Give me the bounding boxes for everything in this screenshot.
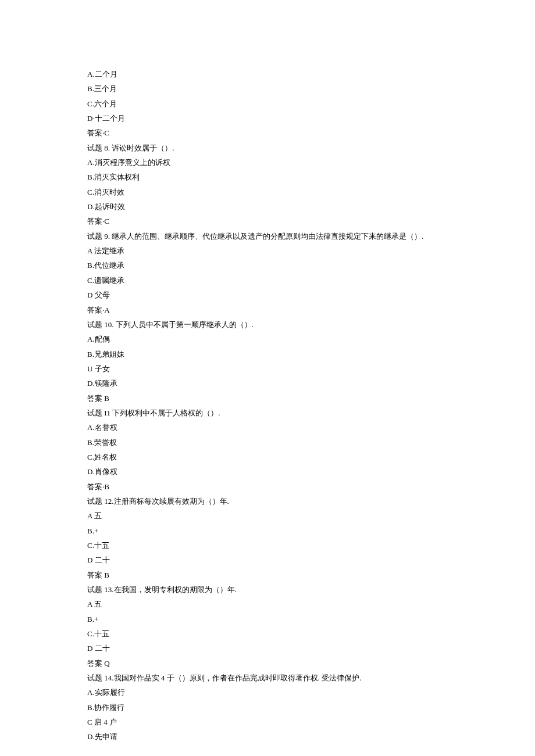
text-line: D·十二个月 [87,111,448,126]
text-line: B.+ [87,524,448,538]
text-line: 答案·B [87,479,448,494]
text-line: A.实际履行 [87,685,448,700]
text-line: A.消灭程序意义上的诉权 [87,155,448,170]
text-line: 答案 B [87,568,448,582]
text-line: D 父母 [87,288,448,302]
text-line: B.三个月 [87,81,448,96]
text-line: B.代位继承 [87,258,448,273]
text-line: 答案 B [87,391,448,406]
text-line: A 法定继承 [87,243,448,258]
text-line: A 五 [87,508,448,523]
text-line: B.消灭实体权利 [87,170,448,184]
text-line: D.肖像权 [87,464,448,479]
text-line: A.二个月 [87,67,448,81]
text-line: D.起诉时效 [87,199,448,214]
text-line: A 五 [87,597,448,611]
text-line: C.遗嘱继承 [87,273,448,288]
text-line: B.荣誉权 [87,435,448,450]
text-line: 试题 14.我国对作品实 4 于（）原则，作者在作品完成时即取得著作权. 受法律… [87,671,448,685]
text-line: C.六个月 [87,96,448,111]
text-line: 试题 8. 诉讼时效属于（）. [87,141,448,155]
text-line: 答案·C [87,214,448,228]
text-line: D.镁隆承 [87,376,448,390]
text-line: B.兄弟姐妹 [87,347,448,361]
text-line: D.先申请 [87,729,448,744]
text-line: B.+ [87,612,448,626]
text-line: 试题 9. 继承人的范围、继承顺序、代位继承以及遗产的分配原则均由法律直接规定下… [87,229,448,243]
text-line: A.配偶 [87,332,448,346]
text-line: 答案·C [87,126,448,140]
text-line: D 二十 [87,553,448,567]
text-line: 试题 13.在我国，发明专利权的期限为（）年. [87,582,448,597]
text-line: C.姓名权 [87,450,448,464]
text-line: 试题 I1 下列权利中不属于人格权的（）. [87,406,448,420]
text-line: C 启 4 户 [87,715,448,729]
text-line: C.十五 [87,626,448,641]
text-line: C.消灭时效 [87,185,448,199]
text-line: U 子女 [87,361,448,376]
text-line: B.协作履行 [87,700,448,715]
text-line: 答案 Q [87,656,448,671]
text-line: D 二十 [87,641,448,655]
text-line: 试题 10. 下列人员中不属于第一顺序继承人的（）. [87,317,448,332]
text-line: 试题 12.注册商标每次续展有效期为（）年. [87,494,448,508]
text-line: C.十五 [87,538,448,553]
text-line: 答案·A [87,303,448,317]
text-line: A.名誉权 [87,420,448,435]
document-page: A.二个月 B.三个月 C.六个月 D·十二个月 答案·C 试题 8. 诉讼时效… [0,0,535,756]
